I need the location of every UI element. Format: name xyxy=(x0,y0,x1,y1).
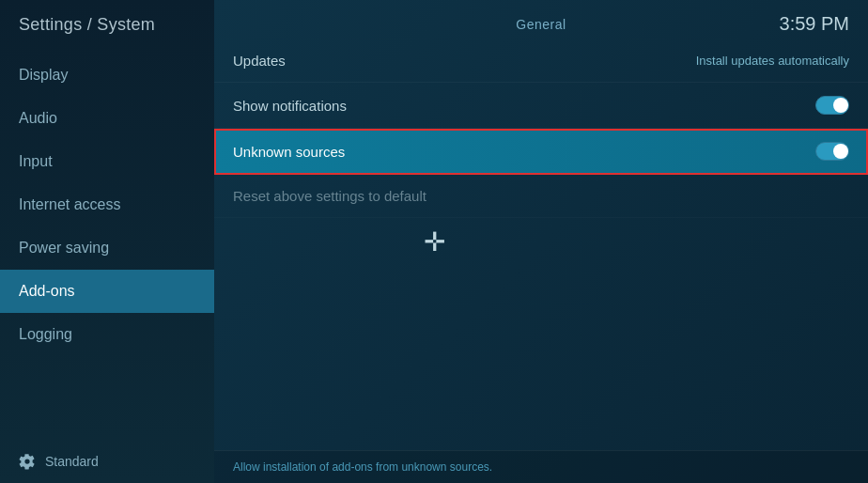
row-label: Show notifications xyxy=(233,98,347,114)
settings-row-updates[interactable]: Updates Install updates automatically xyxy=(214,39,868,83)
sidebar: Settings / System Display Audio Input In… xyxy=(0,0,214,483)
main-content: 3:59 PM General Updates Install updates … xyxy=(214,0,868,483)
sidebar-item-label: Internet access xyxy=(19,196,121,213)
notifications-toggle[interactable] xyxy=(815,96,849,115)
sidebar-item-addons[interactable]: Add-ons xyxy=(0,270,214,313)
row-label: Updates xyxy=(233,53,286,69)
sidebar-item-audio[interactable]: Audio xyxy=(0,97,214,140)
sidebar-item-label: Display xyxy=(19,67,68,84)
sidebar-item-label: Audio xyxy=(19,110,57,127)
settings-list: General Updates Install updates automati… xyxy=(214,0,868,450)
row-label: Unknown sources xyxy=(233,144,345,160)
sidebar-item-label: Logging xyxy=(19,326,72,343)
gear-icon xyxy=(19,453,36,470)
status-text: Allow installation of add-ons from unkno… xyxy=(233,460,492,474)
page-title: Settings / System xyxy=(0,0,214,54)
sidebar-item-display[interactable]: Display xyxy=(0,54,214,97)
sidebar-item-internet-access[interactable]: Internet access xyxy=(0,183,214,226)
standard-label: Standard xyxy=(45,454,99,469)
row-label: Reset above settings to default xyxy=(233,188,426,204)
settings-row-reset[interactable]: Reset above settings to default xyxy=(214,175,868,218)
section-header: General xyxy=(214,0,868,39)
sidebar-item-power-saving[interactable]: Power saving xyxy=(0,226,214,270)
sidebar-item-label: Power saving xyxy=(19,240,109,257)
settings-row-notifications[interactable]: Show notifications xyxy=(214,83,868,129)
sidebar-item-label: Input xyxy=(19,153,53,170)
unknown-sources-toggle[interactable] xyxy=(815,142,849,161)
row-value: Install updates automatically xyxy=(696,54,849,68)
settings-row-unknown-sources[interactable]: Unknown sources xyxy=(214,129,868,175)
sidebar-item-logging[interactable]: Logging xyxy=(0,313,214,356)
status-bar: Allow installation of add-ons from unkno… xyxy=(214,450,868,483)
sidebar-bottom: Standard xyxy=(0,440,214,483)
sidebar-item-label: Add-ons xyxy=(19,283,75,300)
sidebar-item-input[interactable]: Input xyxy=(0,140,214,183)
clock: 3:59 PM xyxy=(780,13,849,35)
